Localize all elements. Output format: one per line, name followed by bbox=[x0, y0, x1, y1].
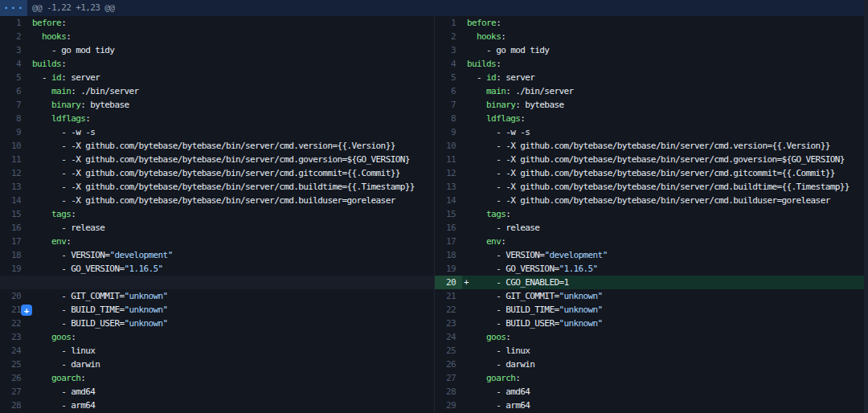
line-number[interactable]: 2 bbox=[0, 30, 27, 43]
kebab-horizontal-icon: ··· bbox=[3, 2, 24, 14]
line-number[interactable]: 4 bbox=[0, 57, 27, 71]
line-number[interactable]: 9 bbox=[435, 125, 462, 139]
code-segment: id bbox=[486, 72, 496, 83]
code-line: goarch: bbox=[27, 371, 434, 385]
line-number[interactable]: 29 bbox=[435, 399, 462, 412]
line-number[interactable]: 12 bbox=[0, 166, 27, 180]
line-number[interactable]: 18 bbox=[0, 248, 27, 262]
line-number[interactable]: 2 bbox=[435, 30, 462, 43]
code-line: - GO_VERSION="1.16.5" bbox=[462, 262, 868, 276]
code-segment: "1.16.5" bbox=[124, 264, 162, 274]
line-number[interactable]: 25 bbox=[0, 358, 27, 371]
code-line: - -X github.com/bytebase/bytebase/bin/se… bbox=[462, 194, 868, 207]
line-number[interactable]: 24 bbox=[435, 330, 462, 344]
code-segment: - amd64 bbox=[32, 386, 95, 397]
line-number[interactable]: 3 bbox=[0, 43, 27, 57]
line-number[interactable]: 6 bbox=[435, 84, 462, 98]
line-number[interactable]: 8 bbox=[0, 112, 27, 125]
line-number[interactable]: 17 bbox=[0, 235, 27, 248]
code-line: - VERSION="development" bbox=[27, 248, 434, 262]
line-number[interactable]: 1 bbox=[0, 16, 27, 30]
hunk-header-row: ··· @@ -1,22 +1,23 @@ bbox=[0, 0, 868, 16]
line-number[interactable]: 26 bbox=[0, 371, 27, 385]
code-line: - -X github.com/bytebase/bytebase/bin/se… bbox=[27, 194, 434, 207]
line-number[interactable]: 11 bbox=[0, 153, 27, 166]
diff-row: 24 - linux bbox=[0, 344, 434, 358]
code-segment bbox=[467, 236, 486, 247]
code-segment: "unknown" bbox=[559, 305, 602, 315]
code-segment: - -X github.com/bytebase/bytebase/bin/se… bbox=[32, 195, 395, 206]
diff-row: 3 - go mod tidy bbox=[0, 43, 434, 57]
diff-row: 8 ldflags: bbox=[0, 112, 434, 125]
line-number[interactable]: 19 bbox=[435, 262, 462, 276]
line-number[interactable]: 10 bbox=[0, 139, 27, 153]
line-number[interactable]: 4 bbox=[435, 57, 462, 71]
diff-row: 20+ - CGO_ENABLED=1 bbox=[435, 276, 868, 289]
line-number[interactable]: 5 bbox=[435, 71, 462, 84]
line-number[interactable]: 22 bbox=[435, 303, 462, 317]
line-number[interactable]: 3 bbox=[435, 43, 462, 57]
diff-row: 13 - -X github.com/bytebase/bytebase/bin… bbox=[435, 180, 868, 194]
line-number[interactable]: 11 bbox=[435, 153, 462, 166]
code-line: - BUILD_TIME="unknown" bbox=[462, 303, 868, 317]
code-line: - -X github.com/bytebase/bytebase/bin/se… bbox=[27, 153, 434, 166]
line-number[interactable]: 27 bbox=[0, 385, 27, 399]
code-segment: - -X github.com/bytebase/bytebase/bin/se… bbox=[467, 168, 835, 178]
code-segment: - GIT_COMMIT= bbox=[467, 291, 559, 301]
diff-pane-new: 1before:2 hooks:3 - go mod tidy4builds:5… bbox=[434, 16, 868, 412]
line-number[interactable]: 5 bbox=[0, 71, 27, 84]
diff-row: 17 env: bbox=[0, 235, 434, 248]
line-number[interactable]: 14 bbox=[0, 194, 27, 207]
code-line: goos: bbox=[27, 330, 434, 344]
line-number[interactable]: 16 bbox=[435, 221, 462, 235]
code-segment: - -w -s bbox=[32, 127, 95, 137]
line-number[interactable]: 15 bbox=[435, 207, 462, 221]
line-number[interactable]: 15 bbox=[0, 207, 27, 221]
line-number[interactable]: 9 bbox=[0, 125, 27, 139]
line-number[interactable]: 13 bbox=[435, 180, 462, 194]
line-number[interactable]: 20 bbox=[435, 276, 462, 289]
code-line: - -w -s bbox=[27, 125, 434, 139]
line-number[interactable]: 1 bbox=[435, 16, 462, 30]
diff-row: 28 - amd64 bbox=[435, 385, 868, 399]
expand-hunk-button[interactable]: ··· bbox=[0, 0, 27, 16]
line-number[interactable]: 21 bbox=[435, 289, 462, 303]
line-number[interactable]: 20 bbox=[0, 289, 27, 303]
code-line: - -X github.com/bytebase/bytebase/bin/se… bbox=[27, 180, 434, 194]
line-number[interactable]: 6 bbox=[0, 84, 27, 98]
line-number[interactable]: 25 bbox=[435, 344, 462, 358]
code-segment bbox=[467, 373, 486, 383]
line-number[interactable]: 22 bbox=[0, 317, 27, 330]
line-number[interactable]: 26 bbox=[435, 358, 462, 371]
line-number[interactable]: 8 bbox=[435, 112, 462, 125]
diff-row: 6 main: ./bin/server bbox=[0, 84, 434, 98]
code-segment: : server bbox=[61, 72, 100, 83]
line-number[interactable]: 24 bbox=[0, 344, 27, 358]
line-number[interactable]: 7 bbox=[0, 98, 27, 112]
code-line: - amd64 bbox=[27, 385, 434, 399]
line-number[interactable]: 19 bbox=[0, 262, 27, 276]
code-segment: - GO_VERSION= bbox=[467, 264, 559, 274]
diff-row: 5 - id: server bbox=[0, 71, 434, 84]
diff-row: 15 tags: bbox=[435, 207, 868, 221]
line-number[interactable]: 10 bbox=[435, 139, 462, 153]
line-number[interactable]: 18 bbox=[435, 248, 462, 262]
diff-panes: 1before:2 hooks:3 - go mod tidy4builds:5… bbox=[0, 16, 868, 412]
line-number[interactable]: 17 bbox=[435, 235, 462, 248]
code-line bbox=[27, 276, 434, 289]
line-number[interactable]: 14 bbox=[435, 194, 462, 207]
line-number[interactable]: 23 bbox=[0, 330, 27, 344]
scrollbar-track[interactable] bbox=[864, 0, 868, 413]
diff-row: 19 - GO_VERSION="1.16.5" bbox=[435, 262, 868, 276]
line-number[interactable]: 28 bbox=[435, 385, 462, 399]
add-line-comment-button[interactable]: + bbox=[21, 305, 32, 316]
line-number[interactable]: 13 bbox=[0, 180, 27, 194]
code-segment: - darwin bbox=[32, 359, 100, 370]
line-number[interactable]: 27 bbox=[435, 371, 462, 385]
line-number[interactable]: 12 bbox=[435, 166, 462, 180]
line-number[interactable]: 7 bbox=[435, 98, 462, 112]
line-number[interactable]: 23 bbox=[435, 317, 462, 330]
code-line: + - CGO_ENABLED=1 bbox=[462, 276, 868, 289]
line-number[interactable]: 16 bbox=[0, 221, 27, 235]
line-number[interactable]: 28 bbox=[0, 399, 27, 412]
